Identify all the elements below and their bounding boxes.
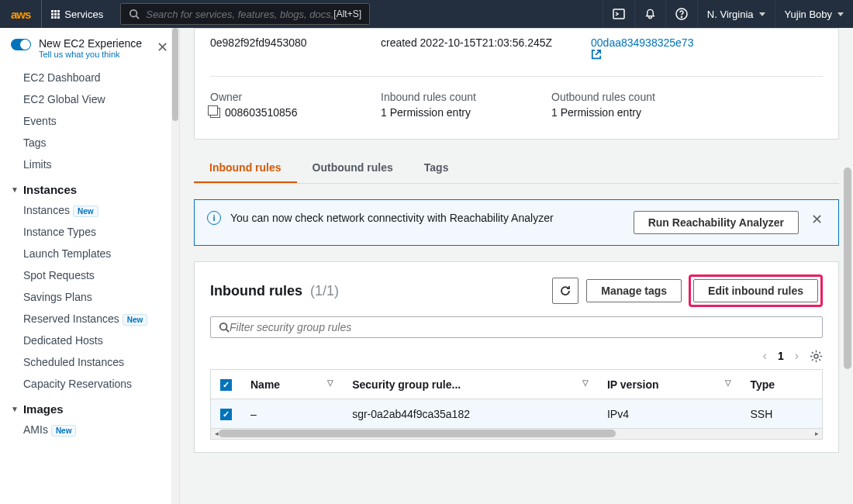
panel-title: Inbound rules	[210, 283, 302, 299]
nav-ec2-dashboard[interactable]: EC2 Dashboard	[0, 67, 179, 88]
table-row[interactable]: – sgr-0a2ab44f9ca35a182 IPv4 SSH	[211, 399, 823, 429]
settings-icon[interactable]	[810, 350, 823, 363]
tab-outbound-rules[interactable]: Outbound rules	[297, 154, 409, 183]
new-badge: New	[73, 205, 98, 217]
copy-icon[interactable]	[210, 108, 220, 118]
search-input[interactable]	[146, 9, 333, 20]
aws-logo[interactable]: aws	[0, 8, 41, 21]
services-menu[interactable]: Services	[41, 0, 112, 28]
nav-group-images[interactable]: ▼Images	[0, 395, 179, 419]
caret-down-icon	[759, 12, 765, 16]
info-icon: i	[207, 211, 221, 225]
nav-capacity-reservations[interactable]: Capacity Reservations	[0, 373, 179, 395]
cell-type: SSH	[741, 399, 822, 429]
new-experience-feedback-link[interactable]: Tell us what you think	[39, 50, 147, 59]
svg-point-4	[681, 17, 682, 18]
global-search[interactable]: [Alt+S]	[120, 3, 370, 25]
rules-filter-input[interactable]	[230, 321, 814, 333]
svg-point-0	[130, 10, 137, 17]
sidebar-scrollbar[interactable]	[171, 28, 179, 504]
col-ip-version[interactable]: IP version▽	[598, 370, 741, 399]
svg-point-5	[220, 323, 227, 330]
cell-name: –	[241, 399, 343, 429]
new-experience-title: New EC2 Experience	[39, 37, 147, 50]
nav-group-instances[interactable]: ▼Instances	[0, 175, 179, 199]
edit-inbound-rules-button[interactable]: Edit inbound rules	[693, 279, 818, 302]
refresh-button[interactable]	[552, 278, 578, 304]
outbound-count-value: 1 Permission entry	[551, 106, 683, 119]
svg-point-7	[814, 354, 818, 357]
tab-inbound-rules[interactable]: Inbound rules	[194, 154, 297, 183]
table-horizontal-scrollbar[interactable]: ◂ ▸	[210, 429, 823, 440]
reachability-info: i You can now check network connectivity…	[194, 199, 839, 246]
scroll-right-icon[interactable]: ▸	[811, 429, 822, 438]
close-icon[interactable]: ✕	[808, 211, 826, 228]
nav-dedicated-hosts[interactable]: Dedicated Hosts	[0, 330, 179, 351]
nav-reserved-instances[interactable]: Reserved InstancesNew	[0, 308, 179, 330]
nav-amis[interactable]: AMIsNew	[0, 419, 179, 440]
rules-tabs: Inbound rules Outbound rules Tags	[194, 154, 839, 184]
nav-tags[interactable]: Tags	[0, 132, 179, 154]
col-type[interactable]: Type	[741, 370, 822, 399]
row-checkbox[interactable]	[220, 409, 232, 420]
refresh-icon	[559, 285, 572, 297]
outbound-count-label: Outbound rules count	[551, 91, 683, 103]
nav-spot-requests[interactable]: Spot Requests	[0, 264, 179, 286]
col-rule-id[interactable]: Security group rule...▽	[343, 370, 598, 399]
svg-line-6	[226, 330, 230, 333]
nav-instances[interactable]: InstancesNew	[0, 199, 179, 221]
description-value: created 2022-10-15T21:03:56.245Z	[381, 36, 552, 49]
details-card: 0e982f92fd9453080 created 2022-10-15T21:…	[194, 28, 839, 140]
nav-savings-plans[interactable]: Savings Plans	[0, 286, 179, 308]
select-all-checkbox[interactable]	[220, 379, 232, 391]
panel-count: (1/1)	[310, 283, 339, 299]
nav-instance-types[interactable]: Instance Types	[0, 221, 179, 243]
notifications-icon[interactable]	[634, 0, 665, 28]
next-page-button[interactable]: ›	[795, 349, 799, 363]
main-content: 0e982f92fd9453080 created 2022-10-15T21:…	[180, 28, 853, 504]
grid-icon	[51, 10, 60, 19]
top-nav: aws Services [Alt+S] N. Virginia Yujin B…	[0, 0, 853, 28]
new-experience-banner: New EC2 Experience Tell us what you thin…	[0, 28, 179, 67]
nav-group-label: Instances	[23, 183, 77, 196]
main-scrollbar[interactable]	[842, 28, 851, 504]
info-message: You can now check network connectivity w…	[230, 211, 624, 226]
vpc-link[interactable]: 00daa834938325e73	[591, 36, 723, 49]
rules-table: Name▽ Security group rule...▽ IP version…	[210, 369, 823, 429]
rules-filter[interactable]	[210, 316, 823, 338]
pagination: ‹ 1 ›	[210, 349, 823, 363]
sort-icon: ▽	[582, 378, 589, 387]
prev-page-button[interactable]: ‹	[763, 349, 767, 363]
tab-tags[interactable]: Tags	[409, 154, 464, 183]
nav-events[interactable]: Events	[0, 110, 179, 132]
caret-down-icon: ▼	[11, 405, 19, 413]
services-label: Services	[64, 9, 103, 20]
nav-scheduled-instances[interactable]: Scheduled Instances	[0, 351, 179, 373]
security-group-id: 0e982f92fd9453080	[210, 36, 342, 49]
region-selector[interactable]: N. Virginia	[697, 0, 775, 28]
new-experience-toggle[interactable]	[11, 39, 31, 50]
search-kbd: [Alt+S]	[333, 9, 361, 19]
owner-label: Owner	[210, 91, 342, 103]
nav-limits[interactable]: Limits	[0, 154, 179, 175]
nav-ec2-global-view[interactable]: EC2 Global View	[0, 88, 179, 110]
manage-tags-button[interactable]: Manage tags	[586, 279, 682, 302]
new-badge: New	[51, 425, 77, 437]
inbound-count-value: 1 Permission entry	[381, 106, 513, 119]
sidebar: New EC2 Experience Tell us what you thin…	[0, 28, 180, 504]
caret-down-icon: ▼	[11, 185, 19, 194]
inbound-rules-panel: Inbound rules (1/1) Manage tags Edit inb…	[194, 261, 839, 453]
highlight-annotation: Edit inbound rules	[689, 274, 823, 307]
col-name[interactable]: Name▽	[241, 370, 343, 399]
sort-icon: ▽	[327, 378, 333, 387]
cloudshell-icon[interactable]	[603, 0, 634, 28]
close-icon[interactable]: ✕	[155, 37, 170, 57]
help-icon[interactable]	[665, 0, 697, 28]
cell-rule-id: sgr-0a2ab44f9ca35a182	[343, 399, 598, 429]
run-reachability-button[interactable]: Run Reachability Analyzer	[634, 211, 799, 234]
search-icon	[129, 9, 140, 19]
nav-launch-templates[interactable]: Launch Templates	[0, 243, 179, 264]
owner-value: 008603510856	[210, 106, 342, 119]
external-link-icon	[591, 49, 602, 60]
account-menu[interactable]: Yujin Boby	[775, 0, 853, 28]
